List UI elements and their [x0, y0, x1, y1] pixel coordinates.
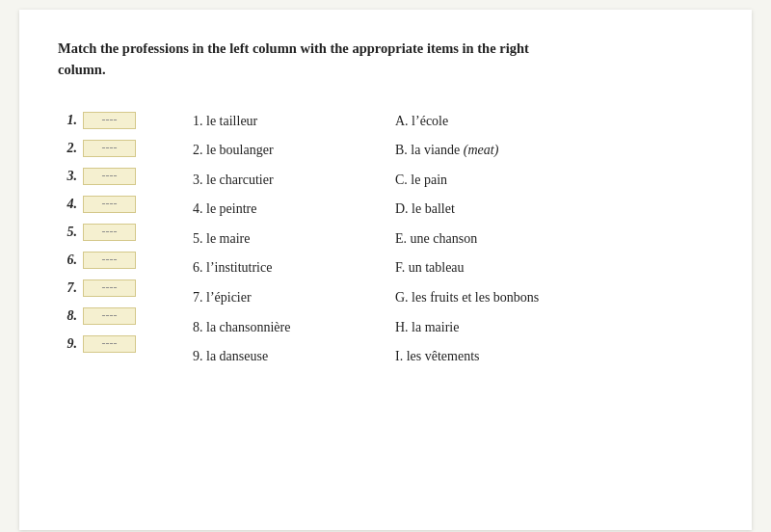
main-page: Match the professions in the left column…	[19, 10, 752, 530]
answer-item-4: 4. ----	[58, 196, 193, 213]
answer-blank-4[interactable]: ----	[83, 196, 136, 213]
matching-item-6: F. un tableau	[395, 258, 713, 278]
profession-item-5: 5. le maire	[193, 229, 395, 249]
instructions-line1: Match the professions in the left column…	[58, 40, 529, 56]
matching-item-5: E. une chanson	[395, 229, 713, 249]
answer-blank-3[interactable]: ----	[83, 168, 136, 185]
profession-item-9: 9. la danseuse	[193, 347, 395, 366]
answer-number-1: 1.	[58, 113, 77, 128]
profession-item-2: 2. le boulanger	[193, 141, 395, 160]
instructions-line2: column.	[58, 62, 106, 77]
answer-item-9: 9. ----	[58, 335, 193, 353]
answer-item-7: 7. ----	[58, 279, 193, 297]
matching-item-8: H. la mairie	[395, 318, 713, 337]
profession-item-3: 3. le charcutier	[193, 171, 395, 190]
answer-column: 1. ---- 2. ---- 3. ---- 4. ---- 5. ---- …	[58, 110, 193, 366]
answer-number-3: 3.	[58, 169, 77, 184]
matching-item-4: D. le ballet	[395, 200, 713, 219]
answer-number-2: 2.	[58, 141, 77, 156]
answer-item-2: 2. ----	[58, 140, 193, 157]
answer-item-3: 3. ----	[58, 168, 193, 185]
answer-blank-5[interactable]: ----	[83, 224, 136, 241]
content-area: 1. ---- 2. ---- 3. ---- 4. ---- 5. ---- …	[58, 110, 713, 366]
answer-number-4: 4.	[58, 197, 77, 212]
answer-number-8: 8.	[58, 308, 77, 324]
answer-blank-2[interactable]: ----	[83, 140, 136, 157]
answer-blank-1[interactable]: ----	[83, 112, 136, 129]
matching-column: A. l’écoleB. la viande (meat)C. le painD…	[395, 110, 713, 366]
answer-item-5: 5. ----	[58, 224, 193, 241]
answer-number-5: 5.	[58, 225, 77, 240]
answer-item-1: 1. ----	[58, 112, 193, 129]
matching-item-2: B. la viande (meat)	[395, 141, 713, 160]
answer-blank-8[interactable]: ----	[83, 307, 136, 325]
answer-item-6: 6. ----	[58, 252, 193, 269]
answer-blank-9[interactable]: ----	[83, 335, 136, 353]
answer-blank-6[interactable]: ----	[83, 252, 136, 269]
answer-number-9: 9.	[58, 336, 77, 352]
professions-column: 1. le tailleur2. le boulanger3. le charc…	[193, 110, 395, 366]
matching-item-9: I. les vêtements	[395, 347, 713, 366]
answer-item-8: 8. ----	[58, 307, 193, 325]
answer-number-6: 6.	[58, 253, 77, 268]
instructions: Match the professions in the left column…	[58, 39, 655, 81]
answer-number-7: 7.	[58, 280, 77, 296]
answer-blank-7[interactable]: ----	[83, 279, 136, 297]
profession-item-7: 7. l’épicier	[193, 288, 395, 307]
matching-item-7: G. les fruits et les bonbons	[395, 288, 713, 307]
profession-item-8: 8. la chansonnière	[193, 318, 395, 337]
matching-item-1: A. l’école	[395, 112, 713, 131]
profession-item-4: 4. le peintre	[193, 200, 395, 219]
profession-item-1: 1. le tailleur	[193, 112, 395, 131]
matching-item-3: C. le pain	[395, 171, 713, 190]
profession-item-6: 6. l’institutrice	[193, 258, 395, 278]
